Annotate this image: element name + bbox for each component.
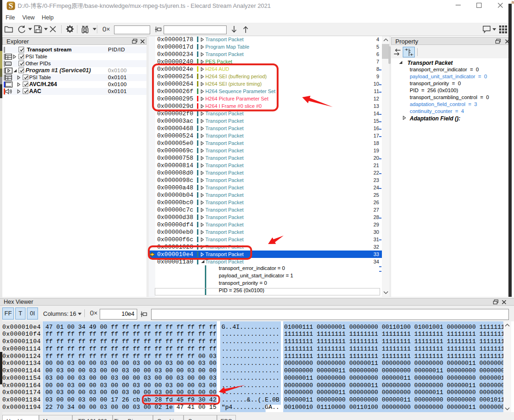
svg-text:S: S <box>9 1 13 10</box>
